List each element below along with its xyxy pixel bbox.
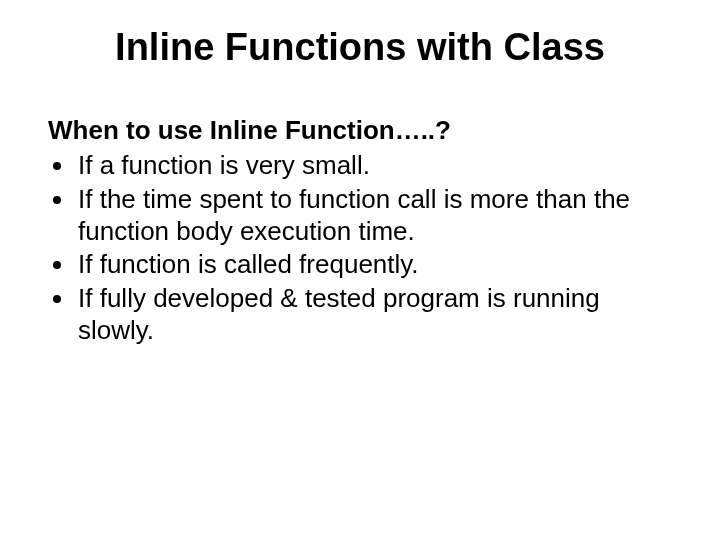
list-item: If the time spent to function call is mo… bbox=[76, 184, 672, 247]
bullet-list: If a function is very small. If the time… bbox=[48, 150, 672, 346]
list-item: If fully developed & tested program is r… bbox=[76, 283, 672, 346]
slide: Inline Functions with Class When to use … bbox=[0, 0, 720, 540]
slide-title: Inline Functions with Class bbox=[48, 26, 672, 70]
list-item: If a function is very small. bbox=[76, 150, 672, 182]
list-item: If function is called frequently. bbox=[76, 249, 672, 281]
slide-subheading: When to use Inline Function…..? bbox=[48, 114, 672, 147]
